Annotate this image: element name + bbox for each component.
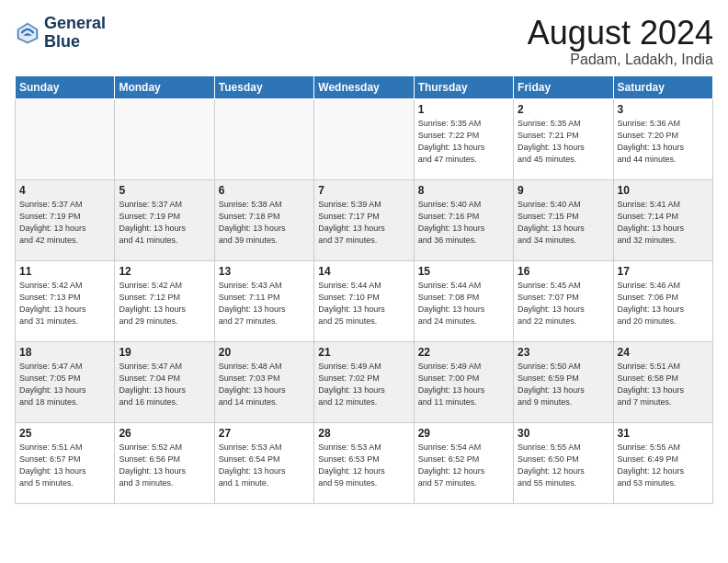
calendar-cell: 19Sunrise: 5:47 AM Sunset: 7:04 PM Dayli… <box>115 341 214 422</box>
calendar-week-row: 11Sunrise: 5:42 AM Sunset: 7:13 PM Dayli… <box>16 260 713 341</box>
calendar-week-row: 1Sunrise: 5:35 AM Sunset: 7:22 PM Daylig… <box>16 98 713 179</box>
calendar-cell: 21Sunrise: 5:49 AM Sunset: 7:02 PM Dayli… <box>314 341 414 422</box>
logo: General Blue <box>15 15 106 52</box>
calendar-week-row: 18Sunrise: 5:47 AM Sunset: 7:05 PM Dayli… <box>16 341 713 422</box>
day-number: 17 <box>618 265 709 278</box>
calendar-cell: 8Sunrise: 5:40 AM Sunset: 7:16 PM Daylig… <box>414 179 513 260</box>
calendar-cell: 13Sunrise: 5:43 AM Sunset: 7:11 PM Dayli… <box>214 260 313 341</box>
day-info: Sunrise: 5:52 AM Sunset: 6:56 PM Dayligh… <box>119 442 210 489</box>
calendar-cell: 31Sunrise: 5:55 AM Sunset: 6:49 PM Dayli… <box>613 422 712 503</box>
day-info: Sunrise: 5:39 AM Sunset: 7:17 PM Dayligh… <box>318 199 409 247</box>
weekday-header-wednesday: Wednesday <box>314 75 414 98</box>
day-info: Sunrise: 5:49 AM Sunset: 7:00 PM Dayligh… <box>418 361 509 408</box>
day-info: Sunrise: 5:40 AM Sunset: 7:15 PM Dayligh… <box>518 199 609 247</box>
calendar-cell: 6Sunrise: 5:38 AM Sunset: 7:18 PM Daylig… <box>214 179 313 260</box>
day-info: Sunrise: 5:44 AM Sunset: 7:08 PM Dayligh… <box>418 280 509 327</box>
day-info: Sunrise: 5:53 AM Sunset: 6:53 PM Dayligh… <box>318 442 409 489</box>
day-number: 4 <box>19 184 110 197</box>
day-info: Sunrise: 5:41 AM Sunset: 7:14 PM Dayligh… <box>618 199 709 247</box>
day-number: 1 <box>418 103 509 116</box>
calendar-cell <box>16 98 115 179</box>
day-number: 5 <box>119 184 210 197</box>
calendar-cell: 16Sunrise: 5:45 AM Sunset: 7:07 PM Dayli… <box>514 260 613 341</box>
calendar-cell: 30Sunrise: 5:55 AM Sunset: 6:50 PM Dayli… <box>514 422 613 503</box>
calendar-cell: 24Sunrise: 5:51 AM Sunset: 6:58 PM Dayli… <box>613 341 712 422</box>
day-info: Sunrise: 5:54 AM Sunset: 6:52 PM Dayligh… <box>418 442 509 489</box>
calendar-cell: 15Sunrise: 5:44 AM Sunset: 7:08 PM Dayli… <box>414 260 513 341</box>
day-number: 12 <box>119 265 210 278</box>
day-info: Sunrise: 5:35 AM Sunset: 7:22 PM Dayligh… <box>418 118 509 166</box>
day-info: Sunrise: 5:35 AM Sunset: 7:21 PM Dayligh… <box>518 118 609 166</box>
day-number: 25 <box>19 427 110 440</box>
calendar-cell: 2Sunrise: 5:35 AM Sunset: 7:21 PM Daylig… <box>514 98 613 179</box>
weekday-header-monday: Monday <box>115 75 214 98</box>
calendar-table: SundayMondayTuesdayWednesdayThursdayFrid… <box>15 75 713 504</box>
calendar-week-row: 25Sunrise: 5:51 AM Sunset: 6:57 PM Dayli… <box>16 422 713 503</box>
day-info: Sunrise: 5:38 AM Sunset: 7:18 PM Dayligh… <box>219 199 310 247</box>
calendar-cell: 28Sunrise: 5:53 AM Sunset: 6:53 PM Dayli… <box>314 422 414 503</box>
calendar-cell: 26Sunrise: 5:52 AM Sunset: 6:56 PM Dayli… <box>115 422 214 503</box>
day-number: 24 <box>618 346 709 359</box>
logo-line2: Blue <box>44 33 106 52</box>
day-info: Sunrise: 5:55 AM Sunset: 6:50 PM Dayligh… <box>518 442 609 489</box>
day-info: Sunrise: 5:36 AM Sunset: 7:20 PM Dayligh… <box>618 118 709 166</box>
calendar-cell: 18Sunrise: 5:47 AM Sunset: 7:05 PM Dayli… <box>16 341 115 422</box>
weekday-header-thursday: Thursday <box>414 75 513 98</box>
day-number: 7 <box>318 184 409 197</box>
page-header: General Blue August 2024 Padam, Ladakh, … <box>15 15 713 68</box>
location-subtitle: Padam, Ladakh, India <box>528 52 713 68</box>
weekday-header-row: SundayMondayTuesdayWednesdayThursdayFrid… <box>16 75 713 98</box>
calendar-cell: 25Sunrise: 5:51 AM Sunset: 6:57 PM Dayli… <box>16 422 115 503</box>
day-info: Sunrise: 5:44 AM Sunset: 7:10 PM Dayligh… <box>318 280 409 327</box>
calendar-cell: 10Sunrise: 5:41 AM Sunset: 7:14 PM Dayli… <box>613 179 712 260</box>
day-number: 20 <box>219 346 310 359</box>
logo-line1: General <box>44 15 106 33</box>
day-info: Sunrise: 5:40 AM Sunset: 7:16 PM Dayligh… <box>418 199 509 247</box>
calendar-header: SundayMondayTuesdayWednesdayThursdayFrid… <box>16 75 713 98</box>
day-info: Sunrise: 5:37 AM Sunset: 7:19 PM Dayligh… <box>119 199 210 247</box>
day-info: Sunrise: 5:47 AM Sunset: 7:05 PM Dayligh… <box>19 361 110 408</box>
day-number: 22 <box>418 346 509 359</box>
calendar-cell: 3Sunrise: 5:36 AM Sunset: 7:20 PM Daylig… <box>613 98 712 179</box>
day-number: 3 <box>618 103 709 116</box>
day-info: Sunrise: 5:50 AM Sunset: 6:59 PM Dayligh… <box>518 361 609 408</box>
calendar-cell <box>314 98 414 179</box>
day-info: Sunrise: 5:53 AM Sunset: 6:54 PM Dayligh… <box>219 442 310 489</box>
logo-icon <box>15 20 40 46</box>
calendar-cell: 11Sunrise: 5:42 AM Sunset: 7:13 PM Dayli… <box>16 260 115 341</box>
weekday-header-saturday: Saturday <box>613 75 712 98</box>
day-info: Sunrise: 5:49 AM Sunset: 7:02 PM Dayligh… <box>318 361 409 408</box>
day-info: Sunrise: 5:55 AM Sunset: 6:49 PM Dayligh… <box>618 442 709 489</box>
calendar-cell: 14Sunrise: 5:44 AM Sunset: 7:10 PM Dayli… <box>314 260 414 341</box>
day-number: 21 <box>318 346 409 359</box>
day-number: 31 <box>618 427 709 440</box>
calendar-cell <box>115 98 214 179</box>
day-number: 18 <box>19 346 110 359</box>
weekday-header-sunday: Sunday <box>16 75 115 98</box>
day-number: 23 <box>518 346 609 359</box>
day-number: 30 <box>518 427 609 440</box>
day-number: 26 <box>119 427 210 440</box>
day-info: Sunrise: 5:45 AM Sunset: 7:07 PM Dayligh… <box>518 280 609 327</box>
day-info: Sunrise: 5:51 AM Sunset: 6:58 PM Dayligh… <box>618 361 709 408</box>
day-number: 10 <box>618 184 709 197</box>
day-number: 11 <box>19 265 110 278</box>
day-number: 6 <box>219 184 310 197</box>
month-title: August 2024 <box>528 15 713 52</box>
calendar-cell: 9Sunrise: 5:40 AM Sunset: 7:15 PM Daylig… <box>514 179 613 260</box>
day-number: 15 <box>418 265 509 278</box>
day-number: 13 <box>219 265 310 278</box>
day-number: 14 <box>318 265 409 278</box>
calendar-cell: 20Sunrise: 5:48 AM Sunset: 7:03 PM Dayli… <box>214 341 313 422</box>
weekday-header-tuesday: Tuesday <box>214 75 313 98</box>
calendar-cell: 12Sunrise: 5:42 AM Sunset: 7:12 PM Dayli… <box>115 260 214 341</box>
calendar-body: 1Sunrise: 5:35 AM Sunset: 7:22 PM Daylig… <box>16 98 713 503</box>
weekday-header-friday: Friday <box>514 75 613 98</box>
day-number: 27 <box>219 427 310 440</box>
calendar-cell: 7Sunrise: 5:39 AM Sunset: 7:17 PM Daylig… <box>314 179 414 260</box>
day-number: 16 <box>518 265 609 278</box>
day-info: Sunrise: 5:42 AM Sunset: 7:13 PM Dayligh… <box>19 280 110 327</box>
calendar-cell: 29Sunrise: 5:54 AM Sunset: 6:52 PM Dayli… <box>414 422 513 503</box>
day-info: Sunrise: 5:37 AM Sunset: 7:19 PM Dayligh… <box>19 199 110 247</box>
day-number: 28 <box>318 427 409 440</box>
